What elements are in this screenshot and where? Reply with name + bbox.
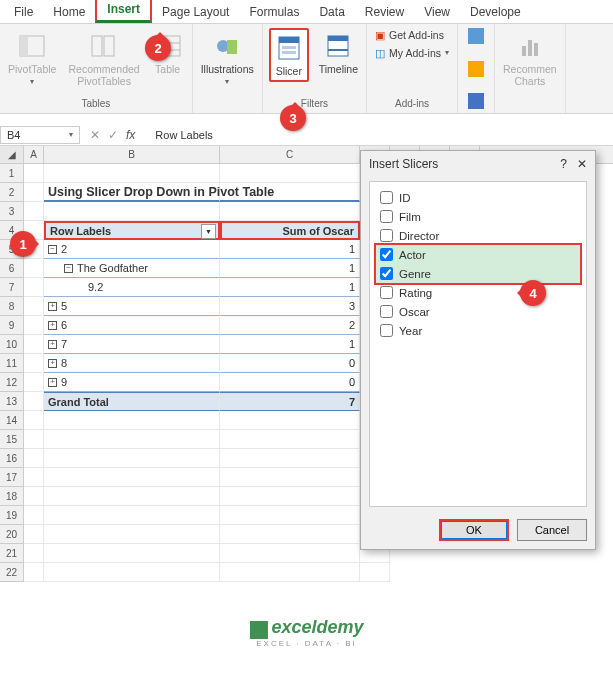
cancel-button[interactable]: Cancel <box>517 519 587 541</box>
pivot-row[interactable]: +9 <box>44 373 220 392</box>
row-header[interactable]: 14 <box>0 411 24 430</box>
selected-fields-highlight: Actor Genre <box>374 243 582 285</box>
col-header-a[interactable]: A <box>24 146 44 163</box>
row-header[interactable]: 9 <box>0 316 24 335</box>
checkbox[interactable] <box>380 248 393 261</box>
pivot-row[interactable]: −2 <box>44 240 220 259</box>
tab-file[interactable]: File <box>4 1 43 23</box>
formula-input[interactable]: Row Labels <box>145 129 212 141</box>
checkbox[interactable] <box>380 267 393 280</box>
tab-formulas[interactable]: Formulas <box>239 1 309 23</box>
row-header[interactable]: 2 <box>0 183 24 202</box>
checkbox[interactable] <box>380 286 393 299</box>
col-header-b[interactable]: B <box>44 146 220 163</box>
collapse-icon[interactable]: − <box>48 245 57 254</box>
tab-review[interactable]: Review <box>355 1 414 23</box>
row-labels-header[interactable]: Row Labels▼ <box>44 221 220 240</box>
expand-icon[interactable]: + <box>48 340 57 349</box>
row-header[interactable]: 7 <box>0 278 24 297</box>
recommended-pivottables-button[interactable]: Recommended PivotTables <box>66 28 141 89</box>
row-header[interactable]: 22 <box>0 563 24 582</box>
grand-total-label[interactable]: Grand Total <box>44 392 220 411</box>
expand-icon[interactable]: + <box>48 302 57 311</box>
tab-home[interactable]: Home <box>43 1 95 23</box>
checkbox[interactable] <box>380 305 393 318</box>
fx-icon[interactable]: fx <box>126 128 135 142</box>
row-header[interactable]: 21 <box>0 544 24 563</box>
field-checkbox-film[interactable]: Film <box>376 207 580 226</box>
store-icon: ▣ <box>375 30 385 42</box>
row-header[interactable]: 20 <box>0 525 24 544</box>
cancel-icon[interactable]: ✕ <box>90 128 100 142</box>
col-header-c[interactable]: C <box>220 146 360 163</box>
checkbox[interactable] <box>380 229 393 242</box>
svg-rect-17 <box>528 40 532 56</box>
my-addins-button[interactable]: ◫My Add-ins▾ <box>373 46 451 62</box>
values-header[interactable]: Sum of Oscar <box>220 221 360 240</box>
tab-view[interactable]: View <box>414 1 460 23</box>
dialog-titlebar[interactable]: Insert Slicers ? ✕ <box>361 151 595 177</box>
field-checkbox-actor[interactable]: Actor <box>376 245 580 264</box>
pivot-row[interactable]: +7 <box>44 335 220 354</box>
tab-page-layout[interactable]: Page Layout <box>152 1 239 23</box>
row-header[interactable]: 1 <box>0 164 24 183</box>
ok-button[interactable]: OK <box>439 519 509 541</box>
row-header[interactable]: 13 <box>0 392 24 411</box>
people-icon[interactable] <box>468 28 484 44</box>
tab-data[interactable]: Data <box>309 1 354 23</box>
pivottable-button[interactable]: PivotTable▾ <box>6 28 58 88</box>
expand-icon[interactable]: + <box>48 321 57 330</box>
insert-slicers-dialog: Insert Slicers ? ✕ ID Film Director Acto… <box>360 150 596 550</box>
field-checkbox-genre[interactable]: Genre <box>376 264 580 283</box>
grand-total-value[interactable]: 7 <box>220 392 360 411</box>
bing-icon[interactable] <box>468 61 484 77</box>
expand-icon[interactable]: + <box>48 359 57 368</box>
filter-dropdown-button[interactable]: ▼ <box>201 224 216 239</box>
checkbox[interactable] <box>380 191 393 204</box>
row-header[interactable]: 6 <box>0 259 24 278</box>
checkbox[interactable] <box>380 324 393 337</box>
chart-icon-small[interactable] <box>468 93 484 109</box>
illustrations-button[interactable]: Illustrations▾ <box>199 28 256 88</box>
pivot-row[interactable]: +8 <box>44 354 220 373</box>
group-filters: Slicer Timeline Filters <box>263 24 367 113</box>
row-header[interactable]: 3 <box>0 202 24 221</box>
select-all-cell[interactable]: ◢ <box>0 146 24 163</box>
expand-icon[interactable]: + <box>48 378 57 387</box>
slicer-button[interactable]: Slicer <box>269 28 309 82</box>
title-cell[interactable]: Using Slicer Drop Down in Pivot Table <box>44 183 220 202</box>
row-header[interactable]: 8 <box>0 297 24 316</box>
svg-rect-11 <box>282 46 296 49</box>
get-addins-button[interactable]: ▣Get Add-ins <box>373 28 446 44</box>
pivot-row[interactable]: +5 <box>44 297 220 316</box>
row-header[interactable]: 18 <box>0 487 24 506</box>
field-checkbox-rating[interactable]: Rating <box>376 283 580 302</box>
svg-rect-8 <box>227 40 237 54</box>
timeline-button[interactable]: Timeline <box>317 28 360 78</box>
row-header[interactable]: 12 <box>0 373 24 392</box>
help-icon[interactable]: ? <box>560 157 567 171</box>
row-header[interactable]: 15 <box>0 430 24 449</box>
slicer-icon <box>273 32 305 64</box>
chevron-down-icon[interactable]: ▾ <box>69 130 73 139</box>
row-header[interactable]: 10 <box>0 335 24 354</box>
collapse-icon[interactable]: − <box>64 264 73 273</box>
pivot-row[interactable]: +6 <box>44 316 220 335</box>
checkbox[interactable] <box>380 210 393 223</box>
row-header[interactable]: 16 <box>0 449 24 468</box>
tab-developer[interactable]: Develope <box>460 1 531 23</box>
field-checkbox-id[interactable]: ID <box>376 188 580 207</box>
tab-insert[interactable]: Insert <box>95 0 152 23</box>
step-badge-1: 1 <box>10 231 36 257</box>
recommended-charts-button[interactable]: Recommen Charts <box>501 28 559 89</box>
field-checkbox-oscar[interactable]: Oscar <box>376 302 580 321</box>
pivot-row[interactable]: 9.2 <box>44 278 220 297</box>
field-checkbox-year[interactable]: Year <box>376 321 580 340</box>
row-header[interactable]: 19 <box>0 506 24 525</box>
close-icon[interactable]: ✕ <box>577 157 587 171</box>
name-box[interactable]: B4▾ <box>0 126 80 144</box>
row-header[interactable]: 11 <box>0 354 24 373</box>
pivot-row[interactable]: −The Godfather <box>44 259 220 278</box>
row-header[interactable]: 17 <box>0 468 24 487</box>
enter-icon[interactable]: ✓ <box>108 128 118 142</box>
